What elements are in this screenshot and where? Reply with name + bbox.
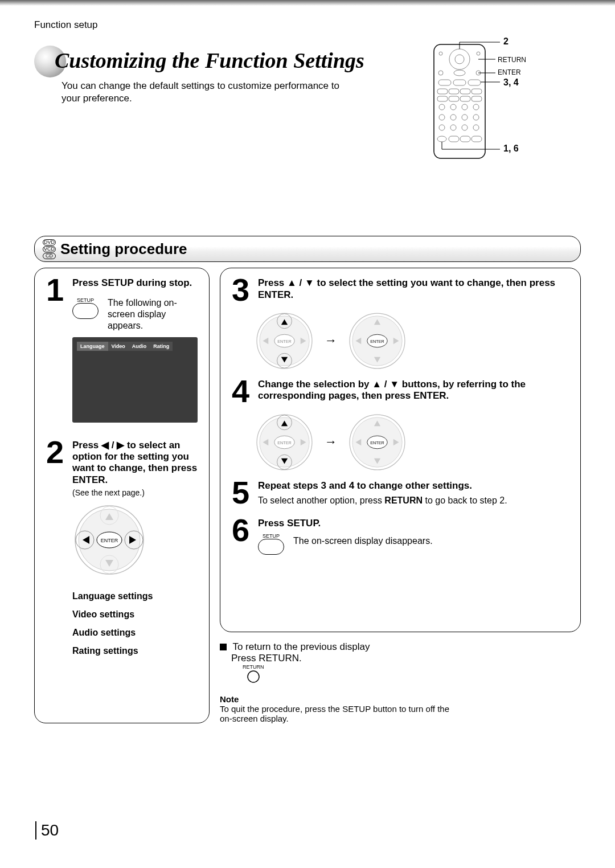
arrow-right-icon-2: → <box>325 435 337 449</box>
step2-number: 2 <box>46 440 67 465</box>
note-title: Note <box>220 694 459 704</box>
tab-audio: Audio <box>129 342 150 351</box>
square-bullet-icon <box>220 644 227 650</box>
step1-number: 1 <box>46 277 67 303</box>
svg-point-90 <box>248 671 259 682</box>
setup-button-icon <box>72 303 99 319</box>
remote-callout-16: 1, 6 <box>503 144 519 154</box>
steps-right-panel: 3 Press ▲ / ▼ to select the setting you … <box>220 268 581 632</box>
list-rating-settings: Rating settings <box>72 642 198 660</box>
setup-button-label-1: SETUP <box>72 297 99 303</box>
remote-callout-2: 2 <box>503 36 509 47</box>
step5-desc: To select another option, press RETURN t… <box>258 495 569 506</box>
step1-title: Press SETUP during stop. <box>72 277 198 289</box>
page-title: Customizing the Function Settings <box>55 48 364 73</box>
nav-pad-enter-icon-2: ENTER <box>347 412 407 472</box>
nav-pad-enter-icon: ENTER <box>347 311 407 371</box>
step6-desc: The on-screen display disappears. <box>293 535 433 547</box>
page-number: 50 <box>35 821 59 840</box>
disc-type-badges: DVD VCD CD <box>43 239 56 259</box>
nav-pad-lr: ENTER <box>72 503 146 577</box>
note-body: To quit the procedure, press the SETUP b… <box>220 704 459 723</box>
tab-language: Language <box>77 342 108 351</box>
step4-number: 4 <box>232 379 252 404</box>
step6-number: 6 <box>232 518 252 543</box>
svg-text:ENTER: ENTER <box>277 339 292 344</box>
step4-pad-row: ENTER → <box>255 412 569 472</box>
step3-number: 3 <box>232 277 252 303</box>
header-section-label: Function setup <box>34 19 581 31</box>
step5-title: Repeat steps 3 and 4 to change other set… <box>258 480 569 492</box>
section-header: DVD VCD CD Setting procedure <box>34 236 581 262</box>
disc-dvd: DVD <box>43 239 56 245</box>
step5-number: 5 <box>232 480 252 506</box>
page-top-gradient <box>0 0 615 6</box>
disc-vcd: VCD <box>43 246 56 252</box>
arrow-right-icon: → <box>325 333 337 348</box>
svg-text:ENTER: ENTER <box>370 440 384 445</box>
tab-video: Video <box>108 342 129 351</box>
section-title: Setting procedure <box>60 240 187 258</box>
note-block: Note To quit the procedure, press the SE… <box>220 694 459 723</box>
remote-label-return: RETURN <box>498 56 526 64</box>
setup-button-icon-2 <box>258 539 284 555</box>
return-line: Press RETURN. <box>231 653 302 664</box>
step3-pad-row: ENTER → <box>255 311 569 371</box>
step1-desc: The following on-screen display appears. <box>108 297 198 331</box>
nav-pad-ud-icon-2: ENTER <box>255 412 314 472</box>
tab-rating: Rating <box>150 342 173 351</box>
step2-note: (See the next page.) <box>72 488 198 497</box>
nav-pad-ud-icon: ENTER <box>255 311 314 371</box>
steps-left-panel: 1 Press SETUP during stop. SETUP The fol… <box>34 268 210 723</box>
list-language-settings: Language settings <box>72 587 198 605</box>
step6-title: Press SETUP. <box>258 518 569 529</box>
step2-title: Press ◀ / ▶ to select an option for the … <box>72 440 198 486</box>
remote-callout-34: 3, 4 <box>503 77 519 88</box>
disc-cd: CD <box>43 253 56 259</box>
onscreen-display-mock: Language Video Audio Rating <box>72 337 198 423</box>
return-button-label: RETURN <box>243 664 264 670</box>
remote-label-enter: ENTER <box>498 68 521 76</box>
intro-text: You can change the default settings to c… <box>62 80 358 105</box>
list-video-settings: Video settings <box>72 605 198 624</box>
setup-button-label-2: SETUP <box>258 533 284 539</box>
return-info-block: To return to the previous display Press … <box>220 641 581 686</box>
step4-title: Change the selection by ▲ / ▼ buttons, b… <box>258 379 569 402</box>
return-heading: To return to the previous display <box>232 641 370 652</box>
list-audio-settings: Audio settings <box>72 624 198 642</box>
svg-text:ENTER: ENTER <box>370 339 384 344</box>
svg-text:ENTER: ENTER <box>277 440 292 445</box>
svg-text:ENTER: ENTER <box>101 538 118 543</box>
remote-diagram: 2 RETURN ENTER 3, 4 1, 6 <box>428 40 554 167</box>
return-button-icon <box>245 670 262 683</box>
step3-title: Press ▲ / ▼ to select the setting you wa… <box>258 277 569 301</box>
